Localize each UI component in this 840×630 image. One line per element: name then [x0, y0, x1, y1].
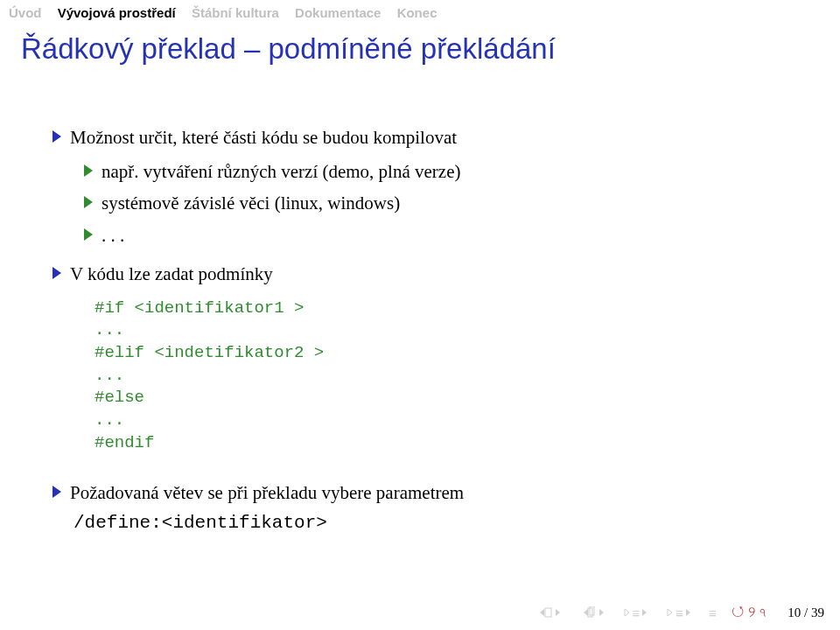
bullet-icon — [52, 267, 61, 279]
nav-section-prev-icon[interactable]: ≡ — [622, 606, 650, 620]
nav-item[interactable]: Konec — [397, 5, 438, 20]
list-item: např. vytváření různých verzí (demo, pln… — [84, 158, 802, 186]
page-number: 10 / 39 — [788, 606, 824, 620]
svg-marker-0 — [540, 609, 544, 616]
bullet-icon — [52, 486, 61, 498]
page-title: Řádkový překlad – podmíněné překládání — [0, 32, 840, 92]
list-item: Požadovaná větev se při překladu vybere … — [52, 479, 802, 537]
list-item: systémově závislé věci (linux, windows) — [84, 189, 802, 218]
bullet-text: . . . — [102, 225, 124, 246]
svg-marker-9 — [668, 609, 672, 616]
loop-icons[interactable]: ↺ ୨ ৭ — [732, 604, 766, 621]
nav-section-next-icon[interactable]: ≡ — [665, 606, 693, 620]
list-item: . . . — [84, 221, 802, 250]
bullet-text: V kódu lze zadat podmínky — [70, 263, 273, 284]
menu-icon[interactable]: ≡ — [709, 606, 716, 620]
nav-item[interactable]: Úvod — [9, 5, 42, 20]
bullet-icon — [84, 228, 93, 241]
slide-content: Možnost určit, které části kódu se budou… — [0, 92, 840, 537]
svg-rect-1 — [545, 608, 551, 617]
nav-item[interactable]: Vývojová prostředí — [58, 5, 176, 20]
bullet-text: např. vytváření různých verzí (demo, pln… — [102, 161, 460, 182]
svg-marker-6 — [599, 609, 604, 616]
footer-nav: ≡ ≡ ≡ ↺ ୨ ৭ 10 / 39 — [535, 604, 824, 621]
code-block: #if <identifikator1 > ... #elif <indetif… — [52, 289, 802, 468]
nav-prev-icon[interactable] — [578, 606, 606, 619]
svg-marker-2 — [556, 609, 560, 616]
nav-item[interactable]: Štábní kultura — [192, 5, 279, 20]
list-item: Možnost určit, které části kódu se budou… — [52, 123, 802, 249]
bullet-icon — [84, 196, 93, 208]
bullet-icon — [84, 164, 93, 177]
nav-icons: ≡ ≡ ≡ ↺ ୨ ৭ — [535, 604, 767, 621]
bullet-text: Možnost určit, které části kódu se budou… — [70, 127, 457, 148]
breadcrumb: Úvod Vývojová prostředí Štábní kultura D… — [0, 0, 840, 32]
svg-marker-7 — [625, 609, 629, 616]
svg-marker-3 — [584, 609, 588, 616]
nav-first-icon[interactable] — [535, 607, 563, 618]
bullet-text: Požadovaná větev se při překladu vybere … — [70, 482, 464, 503]
inline-code: /define:<identifikator> — [52, 513, 327, 533]
bullet-icon — [52, 130, 61, 143]
list-item: V kódu lze zadat podmínky #if <identifik… — [52, 260, 802, 468]
svg-marker-10 — [686, 609, 690, 616]
svg-marker-8 — [642, 609, 647, 616]
bullet-text: systémově závislé věci (linux, windows) — [102, 192, 400, 214]
nav-item[interactable]: Dokumentace — [295, 5, 381, 20]
